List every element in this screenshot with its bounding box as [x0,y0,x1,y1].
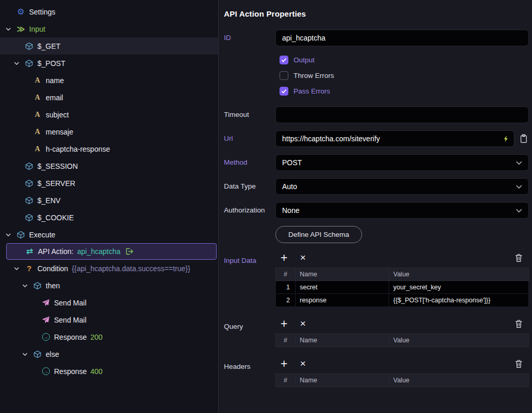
copy-icon[interactable] [518,133,529,144]
chevron-down-icon[interactable] [4,233,12,236]
tree-item-condition[interactable]: ?Condition{{api_hcaptcha.data.success==t… [0,260,218,277]
tree-item-label: API Action: [38,247,73,256]
exit-icon [124,247,134,256]
checkbox-pass-errors[interactable]: Pass Errors [280,87,330,96]
table-cell[interactable]: response [296,294,389,307]
letter-a-icon: A [33,145,42,153]
tree-item-field-name[interactable]: Aname [0,72,218,89]
table-header-row: #NameValue [276,374,529,387]
letter-a-icon: A [33,94,42,101]
id-input[interactable] [275,30,529,46]
table-cell[interactable]: {{$_POST['h-captcha-response']}} [389,294,529,307]
authorization-select[interactable]: None [275,202,529,219]
tree-item-input[interactable]: ≫Input [0,20,218,37]
tree-item-server[interactable]: $_SERVER [0,175,218,192]
table-header: Value [389,374,529,387]
tree-item-field-email[interactable]: Aemail [0,89,218,106]
tree-item-field-subject[interactable]: Asubject [0,106,218,123]
tree-item-execute[interactable]: Execute [0,226,218,243]
tree-item-label: Settings [29,8,56,16]
remove-row-button[interactable]: × [300,252,305,263]
tree-item-else[interactable]: else [0,345,218,363]
tree-item-label: $_SERVER [37,179,75,188]
trash-icon[interactable] [515,319,523,328]
tree-item-send-mail-1[interactable]: Send Mail [0,294,218,311]
checkbox-output[interactable]: Output [280,56,315,64]
method-select[interactable]: POST [275,154,529,171]
timeout-input[interactable] [275,106,529,123]
data-type-row: Data Type Auto [224,178,529,195]
tree-item-value: {{api_hcaptcha.data.success==true}} [72,264,190,273]
tree-item-value: 400 [90,367,102,376]
cube-icon [33,350,42,358]
tree-item-response-400[interactable]: →Response400 [0,363,218,380]
method-row: Method POST [224,154,529,171]
add-row-button[interactable]: + [281,358,287,369]
tree-item-value: 200 [90,333,102,341]
timeout-label: Timeout [224,106,275,123]
cube-icon [24,59,34,68]
table-cell[interactable]: secret [296,281,389,294]
cube-icon [24,179,34,188]
method-value: POST [282,158,302,167]
tree-item-label: name [46,76,64,85]
tree-item-session[interactable]: $_SESSION [0,157,218,175]
chevron-down-icon [516,161,522,165]
checkbox-group-spacer [224,54,275,102]
cube-icon [16,231,25,239]
define-schema-spacer [224,226,275,243]
chevron-down-icon [516,185,522,189]
tree-item-field-mensaje[interactable]: Amensaje [0,123,218,140]
data-type-label: Data Type [224,178,275,195]
tree-item-send-mail-2[interactable]: Send Mail [0,311,218,328]
table-row[interactable]: 2response{{$_POST['h-captcha-response']}… [276,294,529,307]
remove-row-button[interactable]: × [300,358,305,369]
url-input[interactable] [275,130,514,147]
tree-item-settings[interactable]: ⚙Settings [0,3,218,20]
tree-item-then[interactable]: then [0,277,218,294]
tree-item-post[interactable]: $_POST [0,55,218,72]
tree-item-field-h-captcha-response[interactable]: Ah-captcha-response [0,140,218,157]
checkbox-box[interactable] [280,71,288,80]
method-label: Method [224,154,275,171]
cube-icon [33,282,42,290]
tree-item-label: subject [46,111,69,119]
checkbox-box[interactable] [280,56,288,64]
table-cell[interactable]: your_secret_key [389,281,529,294]
chevron-down-icon[interactable] [12,62,21,65]
tree-item-env[interactable]: $_ENV [0,192,218,209]
tree-item-get[interactable]: $_GET [0,37,218,55]
chevron-down-icon[interactable] [12,267,21,270]
checkbox-box[interactable] [280,87,288,96]
table-cell[interactable]: 1 [276,281,296,294]
workflow-tree-panel: ⚙Settings≫Input$_GET$_POSTAnameAemailAsu… [0,0,219,413]
lightning-icon[interactable] [502,135,510,142]
table-cell[interactable]: 2 [276,294,296,307]
tree-item-value: api_hcaptcha [77,247,120,256]
chevron-down-icon[interactable] [21,353,29,356]
response-icon: → [41,333,50,341]
trash-icon[interactable] [515,359,523,368]
table-header: # [276,374,296,387]
tree-item-label: Response [54,333,87,341]
cube-icon [24,162,34,170]
tree-item-response-200[interactable]: →Response200 [0,328,218,345]
tree-item-api-action[interactable]: ⇄API Action:api_hcaptcha [6,243,217,260]
tree-item-label: else [46,350,59,358]
remove-row-button[interactable]: × [300,318,305,329]
chevron-down-icon[interactable] [21,284,29,287]
tree-item-label: Input [29,25,45,33]
define-api-schema-button[interactable]: Define API Schema [275,226,362,243]
table-row[interactable]: 1secretyour_secret_key [276,281,529,294]
app-window: ⚙Settings≫Input$_GET$_POSTAnameAemailAsu… [0,0,532,413]
chevron-down-icon[interactable] [4,28,12,31]
tree-item-cookie[interactable]: $_COOKIE [0,209,218,226]
gear-icon: ⚙ [16,8,25,16]
tree-item-label: email [46,94,63,102]
add-row-button[interactable]: + [281,252,287,263]
data-type-select[interactable]: Auto [275,178,529,195]
trash-icon[interactable] [515,254,523,262]
add-row-button[interactable]: + [281,318,287,329]
checkbox-throw-errors[interactable]: Throw Errors [280,71,334,80]
swap-icon: ⇄ [25,247,34,256]
